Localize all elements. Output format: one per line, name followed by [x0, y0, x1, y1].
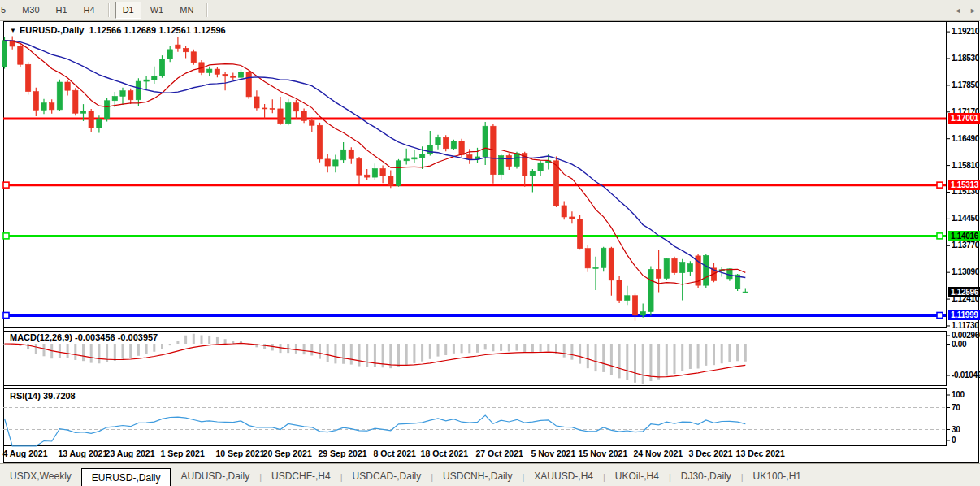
symbol-tab-eurusd-daily[interactable]: EURUSD-,Daily [81, 468, 171, 486]
level-price-badge: 1.17001 [948, 113, 980, 124]
symbol-tab-usdx-weekly[interactable]: USDX,Weekly [0, 468, 81, 485]
symbol-tab-usdcnh-daily[interactable]: USDCNH-,Daily [433, 468, 522, 485]
macd-tick-label: 0.00 [952, 340, 966, 349]
date-axis-label: 5 Nov 2021 [531, 449, 575, 458]
symbol-tab-audusd-daily[interactable]: AUDUSD-,Daily [171, 468, 259, 485]
price-tick-label: 1.13090 [952, 267, 979, 276]
date-axis-label: 10 Sep 2021 [215, 449, 264, 458]
chart-title-ohlc: 1.12566 1.12689 1.12561 1.12596 [89, 25, 226, 35]
timeframe-button-5[interactable]: 5 [0, 2, 13, 19]
rsi-pane[interactable] [3, 388, 947, 446]
trading-platform-window: 5M30H1H4D1W1MN ▼EURUSD-,Daily 1.12566 1.… [0, 0, 980, 486]
timeframe-toolbar: 5M30H1H4D1W1MN [0, 0, 980, 21]
price-tick-label: 1.17850 [952, 80, 979, 89]
level-price-badge: 1.14016 [948, 231, 980, 241]
macd-values: -0.003456 -0.003957 [75, 332, 158, 342]
current-price-badge: 1.12596 [948, 287, 980, 297]
toolbar-separator [108, 3, 110, 17]
symbol-tab-dj30-daily[interactable]: DJ30-,Daily [671, 468, 741, 485]
macd-tick-label: 0.002966 [952, 331, 980, 340]
symbol-tabbar: USDX,WeeklyEURUSD-,DailyAUDUSD-,Daily|US… [0, 463, 980, 486]
price-tick-label: 1.11730 [952, 321, 979, 330]
macd-indicator-label: MACD(12,26,9) -0.003456 -0.003957 [10, 332, 158, 342]
timeframe-button-m30[interactable]: M30 [15, 2, 46, 19]
rsi-indicator-label: RSI(14) 39.7208 [10, 391, 76, 401]
symbol-dropdown-icon[interactable]: ▼ [10, 27, 16, 34]
price-tick-label: 1.16490 [952, 134, 979, 143]
date-axis-label: 4 Aug 2021 [3, 449, 48, 458]
date-axis-label: 27 Oct 2021 [476, 449, 523, 458]
chart-title-symbol: EURUSD-,Daily [20, 25, 84, 35]
symbol-tab-uk100-h1[interactable]: UK100-,H1 [744, 468, 811, 485]
date-axis-label: 20 Sep 2021 [263, 449, 312, 458]
price-tick-label: 1.15810 [952, 161, 979, 170]
price-pane[interactable] [3, 21, 947, 328]
rsi-tick-label: 30 [952, 425, 960, 434]
date-axis-label: 24 Nov 2021 [634, 449, 683, 458]
date-axis-label: 8 Oct 2021 [373, 449, 416, 458]
date-axis-label: 13 Dec 2021 [736, 449, 785, 458]
macd-tick-label: -0.01042 [952, 371, 980, 380]
price-tick-label: 1.14450 [952, 214, 979, 223]
level-price-badge: 1.11999 [948, 310, 980, 320]
date-axis-label: 3 Dec 2021 [688, 449, 732, 458]
date-axis-label: 23 Aug 2021 [106, 449, 155, 458]
rsi-tick-label: 0 [952, 436, 956, 445]
rsi-value: 39.7208 [43, 391, 76, 401]
date-axis-label: 1 Sep 2021 [161, 449, 205, 458]
price-tick-label: 1.13770 [952, 241, 979, 250]
timeframe-button-h1[interactable]: H1 [49, 2, 75, 19]
symbol-tab-ukoil-h4[interactable]: UKOil-,H4 [605, 468, 669, 485]
timeframe-button-w1[interactable]: W1 [143, 2, 171, 19]
symbol-tab-usdcad-daily[interactable]: USDCAD-,Daily [343, 468, 431, 485]
symbol-tab-usdchf-h4[interactable]: USDCHF-,H4 [262, 468, 340, 485]
rsi-tick-label: 100 [952, 390, 965, 399]
timeframe-button-mn[interactable]: MN [172, 2, 201, 19]
chart-title: ▼EURUSD-,Daily 1.12566 1.12689 1.12561 1… [10, 25, 226, 35]
date-axis-label: 15 Nov 2021 [579, 449, 628, 458]
price-tick-label: 1.19210 [952, 27, 979, 36]
tab-scroll-right-icon[interactable]: ► [969, 7, 977, 15]
level-price-badge: 1.15313 [948, 180, 980, 190]
date-axis-label: 18 Oct 2021 [421, 449, 468, 458]
price-tick-label: 1.18530 [952, 54, 979, 63]
date-axis-label: 13 Aug 2021 [58, 449, 107, 458]
timeframe-button-h4[interactable]: H4 [76, 2, 102, 19]
chart-window-frame [3, 21, 979, 463]
symbol-tab-xauusd-h4[interactable]: XAUUSD-,H4 [524, 468, 603, 485]
tab-scroll-left-icon[interactable]: ◄ [954, 7, 961, 15]
toolbar-separator [206, 3, 208, 17]
rsi-tick-label: 70 [952, 403, 960, 412]
tab-scroll-controls: ◄ ► [954, 7, 977, 15]
timeframe-button-d1[interactable]: D1 [115, 2, 141, 19]
date-axis-label: 29 Sep 2021 [319, 449, 367, 458]
